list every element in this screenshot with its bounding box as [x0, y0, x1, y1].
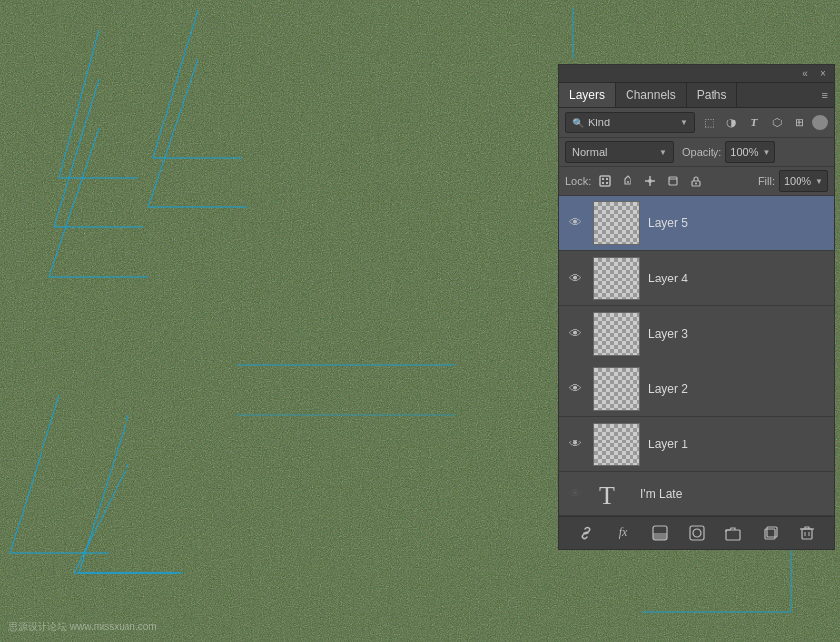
blend-opacity-toolbar: Normal ▼ Opacity: 100% ▼	[559, 138, 834, 167]
svg-rect-10	[600, 176, 610, 186]
layer-visibility-toggle[interactable]: 👁	[565, 486, 585, 501]
search-icon: 🔍	[572, 118, 584, 128]
lock-label: Lock:	[565, 175, 591, 187]
layer-name: Layer 3	[648, 327, 828, 341]
layer-name: Layer 1	[648, 438, 828, 451]
layer-name: I'm Late	[640, 487, 828, 501]
layer-thumbnail	[593, 312, 640, 356]
layer-name: Layer 4	[648, 272, 828, 285]
layer-thumbnail	[593, 201, 640, 245]
layer-item[interactable]: 👁 Layer 4	[559, 251, 834, 306]
layer-thumbnail	[593, 423, 640, 466]
panel-tabs: Layers Channels Paths ≡	[559, 83, 834, 108]
text-layer-item[interactable]: 👁 T I'm Late	[559, 472, 834, 516]
panel-collapse-btn[interactable]: «	[798, 67, 812, 81]
panel-bottom-bar: fx	[559, 516, 834, 549]
new-fill-adjustment-icon[interactable]	[648, 522, 672, 545]
shape-filter-icon[interactable]: ⬡	[767, 113, 787, 132]
layer-thumbnail	[593, 367, 640, 411]
blend-mode-select[interactable]: Normal ▼	[565, 141, 674, 163]
svg-point-18	[648, 179, 652, 183]
lock-position-icon[interactable]	[640, 171, 660, 191]
svg-rect-14	[606, 182, 608, 184]
layer-item[interactable]: 👁 Layer 1	[559, 417, 834, 472]
svg-rect-19	[669, 177, 677, 185]
layer-visibility-toggle[interactable]: 👁	[565, 271, 585, 285]
opacity-arrow: ▼	[762, 148, 770, 157]
svg-rect-12	[606, 178, 608, 180]
add-mask-icon[interactable]	[685, 522, 709, 545]
text-layer-icon: T	[593, 476, 629, 512]
lock-icons-group	[595, 171, 706, 191]
layers-list: 👁 Layer 5 👁 Layer 4 👁 Layer 3 👁	[559, 196, 834, 516]
type-filter-icon[interactable]: T	[744, 113, 764, 132]
smart-filter-icon[interactable]: ⊞	[790, 113, 809, 132]
layers-panel: « × Layers Channels Paths ≡ 🔍 Kind ▼ ⬚ ◑…	[558, 64, 835, 550]
new-group-icon[interactable]	[721, 522, 745, 545]
panel-topbar: « ×	[559, 65, 834, 83]
blend-mode-value: Normal	[572, 146, 607, 158]
svg-rect-28	[726, 530, 740, 540]
layer-name: Layer 2	[648, 382, 828, 396]
layer-visibility-toggle[interactable]: 👁	[565, 215, 585, 230]
svg-rect-31	[802, 529, 812, 539]
panel-menu-btn[interactable]: ≡	[816, 85, 834, 105]
fill-arrow: ▼	[815, 177, 823, 186]
link-icon[interactable]	[574, 522, 598, 545]
fx-text: fx	[619, 525, 628, 540]
delete-layer-icon[interactable]	[796, 522, 819, 545]
svg-rect-13	[602, 182, 604, 184]
pixel-filter-icon[interactable]: ⬚	[699, 113, 718, 132]
new-layer-icon[interactable]	[759, 522, 783, 545]
kind-filter-select[interactable]: 🔍 Kind ▼	[565, 112, 695, 133]
adjustment-filter-icon[interactable]: ◑	[721, 113, 741, 132]
fill-input[interactable]: 100% ▼	[779, 170, 828, 192]
svg-rect-11	[602, 178, 604, 180]
opacity-value-text: 100%	[730, 146, 758, 158]
filter-toolbar: 🔍 Kind ▼ ⬚ ◑ T ⬡ ⊞	[559, 108, 834, 138]
layer-thumbnail	[593, 257, 640, 300]
opacity-input[interactable]: 100% ▼	[725, 141, 775, 163]
fill-label: Fill:	[758, 175, 775, 187]
lock-artboard-icon[interactable]	[663, 171, 683, 191]
lock-fill-toolbar: Lock: Fill: 100% ▼	[559, 167, 834, 196]
kind-filter-arrow: ▼	[680, 119, 688, 127]
layer-visibility-toggle[interactable]: 👁	[565, 326, 585, 341]
lock-image-icon[interactable]	[618, 171, 637, 191]
kind-filter-label: Kind	[588, 117, 610, 128]
opacity-label: Opacity:	[682, 146, 721, 158]
layer-item[interactable]: 👁 Layer 5	[559, 196, 834, 251]
enabled-filter-icon[interactable]	[812, 115, 828, 130]
layer-visibility-toggle[interactable]: 👁	[565, 437, 585, 451]
svg-text:T: T	[599, 481, 615, 510]
fx-icon[interactable]: fx	[611, 522, 634, 545]
filter-icons: ⬚ ◑ T ⬡ ⊞	[699, 113, 828, 132]
blend-mode-arrow: ▼	[659, 148, 667, 157]
layer-item[interactable]: 👁 Layer 2	[559, 361, 834, 417]
layer-visibility-toggle[interactable]: 👁	[565, 381, 585, 396]
lock-all-icon[interactable]	[686, 171, 706, 191]
svg-point-27	[693, 529, 701, 537]
lock-pixels-icon[interactable]	[595, 171, 615, 191]
fill-value-text: 100%	[784, 175, 811, 187]
tab-paths[interactable]: Paths	[687, 83, 738, 107]
panel-close-btn[interactable]: ×	[816, 67, 830, 81]
svg-rect-26	[690, 526, 704, 540]
tab-channels[interactable]: Channels	[616, 83, 687, 107]
svg-point-22	[695, 183, 697, 185]
layer-name: Layer 5	[648, 216, 828, 230]
layer-item[interactable]: 👁 Layer 3	[559, 306, 834, 361]
svg-rect-25	[653, 533, 667, 540]
tab-layers[interactable]: Layers	[559, 83, 616, 107]
watermark-text: 思源设计论坛 www.missxuan.com	[8, 620, 157, 634]
